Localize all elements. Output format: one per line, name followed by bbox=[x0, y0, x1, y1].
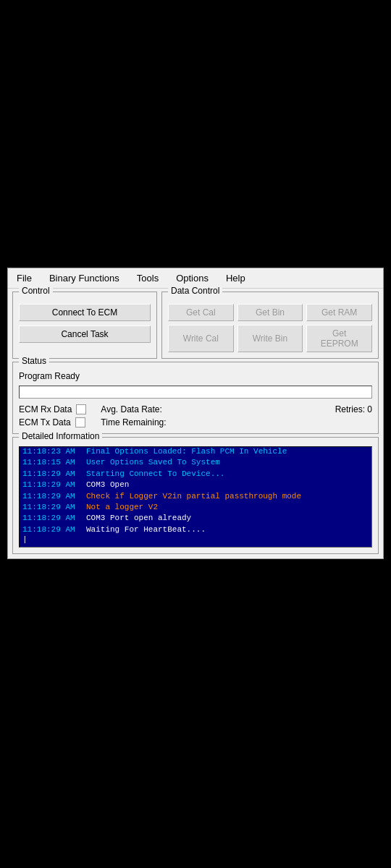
time-remaining-row: Time Remaining: bbox=[101, 417, 166, 427]
log-message: Not a logger V2 bbox=[86, 502, 158, 513]
status-ready-text: Program Ready bbox=[19, 371, 372, 381]
log-entry: 11:18:29 AMCheck if Logger V2in partial … bbox=[22, 491, 369, 502]
ecm-tx-checkbox[interactable] bbox=[75, 417, 85, 427]
retries-container: Retries: 0 bbox=[335, 404, 372, 414]
menu-file[interactable]: File bbox=[14, 271, 35, 285]
log-message: User Options Saved To System bbox=[86, 457, 220, 468]
log-entry: 11:18:29 AMStarting Connect To Device... bbox=[22, 469, 369, 480]
log-time: 11:18:29 AM bbox=[22, 502, 80, 513]
detail-panel: Detailed Information 11:18:23 AMFinal Op… bbox=[12, 437, 379, 554]
top-panels: Control Connect To ECM Cancel Task Data … bbox=[8, 289, 383, 362]
log-time: 11:18:29 AM bbox=[22, 491, 80, 502]
data-control-group-label: Data Control bbox=[168, 286, 222, 296]
get-ram-button[interactable]: Get RAM bbox=[306, 304, 372, 321]
log-time: 11:18:29 AM bbox=[22, 480, 80, 490]
log-time: 11:18:29 AM bbox=[22, 524, 80, 535]
control-panel: Control Connect To ECM Cancel Task bbox=[12, 292, 157, 359]
status-group-label: Status bbox=[19, 356, 49, 366]
get-bin-button[interactable]: Get Bin bbox=[237, 304, 303, 321]
control-group-label: Control bbox=[19, 286, 53, 296]
log-time: 11:18:29 AM bbox=[22, 513, 80, 524]
log-entry: 11:18:15 AMUser Options Saved To System bbox=[22, 457, 369, 468]
log-entry: 11:18:29 AMCOM3 Open bbox=[22, 480, 369, 490]
write-bin-button[interactable]: Write Bin bbox=[237, 325, 303, 352]
menu-options[interactable]: Options bbox=[173, 271, 211, 285]
log-time: 11:18:23 AM bbox=[22, 446, 80, 457]
ecm-rx-row: ECM Rx Data bbox=[19, 404, 86, 414]
time-remaining-label: Time Remaining: bbox=[101, 417, 166, 427]
log-entry: 11:18:29 AMNot a logger V2 bbox=[22, 502, 369, 513]
ecm-rx-label: ECM Rx Data bbox=[19, 404, 72, 414]
avg-rate-row: Avg. Data Rate: bbox=[101, 404, 166, 414]
log-container[interactable]: 11:18:23 AMFinal Options Loaded: Flash P… bbox=[19, 446, 372, 548]
log-time: 11:18:15 AM bbox=[22, 457, 80, 468]
log-cursor: | bbox=[22, 535, 369, 544]
log-message: Starting Connect To Device... bbox=[86, 469, 224, 480]
get-cal-button[interactable]: Get Cal bbox=[168, 304, 234, 321]
log-time: 11:18:29 AM bbox=[22, 469, 80, 480]
ecm-tx-row: ECM Tx Data bbox=[19, 417, 86, 427]
log-message: COM3 Port open already bbox=[86, 513, 191, 524]
cancel-task-button[interactable]: Cancel Task bbox=[19, 326, 151, 343]
app-window: File Binary Functions Tools Options Help… bbox=[7, 268, 384, 559]
menu-help[interactable]: Help bbox=[223, 271, 248, 285]
indicator-column: ECM Rx Data ECM Tx Data bbox=[19, 404, 86, 427]
status-panel: Status Program Ready ECM Rx Data ECM Tx … bbox=[12, 362, 379, 434]
detail-group-label: Detailed Information bbox=[19, 431, 102, 441]
avg-rate-label: Avg. Data Rate: bbox=[101, 404, 162, 414]
retries-label: Retries: bbox=[335, 404, 365, 414]
stats-column: Avg. Data Rate: Time Remaining: bbox=[101, 404, 166, 427]
control-btn-group: Connect To ECM Cancel Task bbox=[19, 304, 151, 343]
menu-binary-functions[interactable]: Binary Functions bbox=[46, 271, 122, 285]
log-message: Final Options Loaded: Flash PCM In Vehic… bbox=[86, 446, 287, 457]
log-message: Waiting For HeartBeat.... bbox=[86, 524, 206, 535]
progress-bar bbox=[19, 386, 372, 399]
data-control-btn-grid: Get Cal Get Bin Get RAM Write Cal Write … bbox=[168, 304, 372, 352]
log-entry: 11:18:29 AMCOM3 Port open already bbox=[22, 513, 369, 524]
connect-ecm-button[interactable]: Connect To ECM bbox=[19, 304, 151, 321]
log-entry: 11:18:23 AMFinal Options Loaded: Flash P… bbox=[22, 446, 369, 457]
write-cal-button[interactable]: Write Cal bbox=[168, 325, 234, 352]
ecm-tx-label: ECM Tx Data bbox=[19, 417, 71, 427]
data-control-panel: Data Control Get Cal Get Bin Get RAM Wri… bbox=[161, 292, 379, 359]
log-entry: 11:18:29 AMWaiting For HeartBeat.... bbox=[22, 524, 369, 535]
ecm-rx-checkbox[interactable] bbox=[76, 404, 86, 414]
retries-value: 0 bbox=[367, 404, 372, 414]
log-message: Check if Logger V2in partial passthrough… bbox=[86, 491, 301, 502]
log-message: COM3 Open bbox=[86, 480, 129, 490]
retries-row: Retries: 0 bbox=[335, 404, 372, 414]
get-eeprom-button[interactable]: Get EEPROM bbox=[306, 325, 372, 352]
menu-tools[interactable]: Tools bbox=[134, 271, 161, 285]
